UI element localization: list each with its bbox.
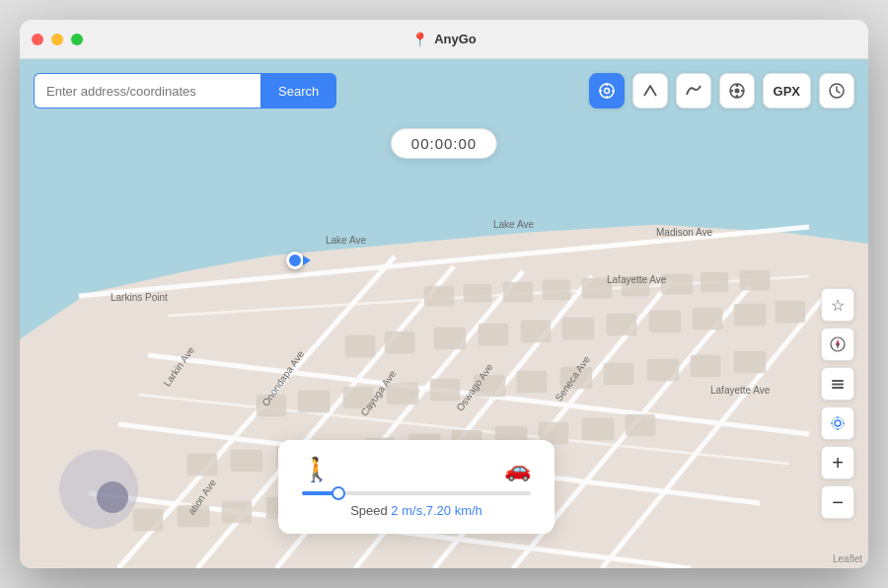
svg-rect-33 xyxy=(257,395,286,416)
app-window: 📍 AnyGo xyxy=(20,20,868,568)
speed-slider-thumb xyxy=(332,486,345,500)
svg-rect-40 xyxy=(560,367,592,389)
svg-rect-16 xyxy=(543,280,570,300)
svg-rect-23 xyxy=(385,331,414,353)
svg-rect-29 xyxy=(649,311,681,332)
svg-rect-35 xyxy=(343,387,373,408)
fullscreen-dot[interactable] xyxy=(71,34,83,45)
svg-rect-45 xyxy=(187,454,217,476)
svg-rect-37 xyxy=(430,379,460,401)
titlebar: 📍 AnyGo xyxy=(20,20,868,59)
tool-multi-stop[interactable] xyxy=(676,73,711,109)
app-title: AnyGo xyxy=(434,32,477,46)
svg-point-64 xyxy=(600,84,614,98)
joystick-thumb xyxy=(97,481,128,513)
tool-history[interactable] xyxy=(819,73,854,109)
svg-rect-17 xyxy=(582,278,612,298)
svg-rect-56 xyxy=(133,509,163,531)
joystick[interactable] xyxy=(59,450,138,529)
svg-point-74 xyxy=(730,90,733,93)
svg-point-71 xyxy=(734,89,739,94)
search-bar[interactable]: Search xyxy=(34,73,336,109)
zoom-out-button[interactable]: − xyxy=(821,485,854,519)
svg-rect-31 xyxy=(734,304,766,326)
speed-panel: 🚶 🚗 Speed 2 m/s,7.20 km/h xyxy=(278,440,555,534)
svg-point-84 xyxy=(832,417,844,429)
svg-rect-22 xyxy=(345,335,375,357)
svg-rect-27 xyxy=(562,318,594,339)
toolbar: GPX xyxy=(589,73,854,109)
search-input[interactable] xyxy=(34,73,260,109)
speed-value: 2 m/s,7.20 km/h xyxy=(391,503,481,518)
svg-rect-82 xyxy=(832,387,844,389)
svg-rect-39 xyxy=(517,371,547,393)
svg-rect-80 xyxy=(832,380,844,382)
close-dot[interactable] xyxy=(32,34,43,45)
minimize-dot[interactable] xyxy=(51,34,63,45)
svg-rect-13 xyxy=(424,286,454,306)
zoom-in-button[interactable]: + xyxy=(821,446,854,479)
speed-text: Speed 2 m/s,7.20 km/h xyxy=(302,503,531,518)
tool-gpx[interactable]: GPX xyxy=(763,73,811,109)
svg-rect-18 xyxy=(622,276,649,296)
svg-rect-58 xyxy=(222,501,252,523)
svg-rect-42 xyxy=(647,359,679,381)
car-icon: 🚗 xyxy=(504,457,531,482)
svg-rect-24 xyxy=(434,328,466,349)
search-button[interactable]: Search xyxy=(260,73,336,109)
svg-point-75 xyxy=(741,90,744,93)
location-marker xyxy=(286,252,304,269)
walk-icon: 🚶 xyxy=(302,456,332,483)
favorites-button[interactable]: ☆ xyxy=(821,288,854,322)
svg-point-72 xyxy=(735,84,738,87)
svg-rect-34 xyxy=(298,391,330,412)
speed-icons: 🚶 🚗 xyxy=(302,456,531,483)
svg-rect-43 xyxy=(691,355,720,377)
speed-slider-track[interactable] xyxy=(302,491,531,495)
svg-rect-30 xyxy=(693,308,722,330)
svg-rect-46 xyxy=(231,450,262,472)
map-container[interactable]: Lake Ave Lake Ave Madison Ave Lafayette … xyxy=(20,59,868,568)
traffic-lights xyxy=(32,34,83,45)
app-icon: 📍 xyxy=(411,32,428,47)
svg-rect-41 xyxy=(604,363,633,385)
svg-rect-44 xyxy=(734,351,766,373)
svg-rect-38 xyxy=(474,375,505,397)
svg-rect-54 xyxy=(582,418,614,440)
tool-one-stop[interactable] xyxy=(632,73,668,109)
svg-point-73 xyxy=(735,95,738,98)
svg-rect-81 xyxy=(832,384,844,386)
svg-rect-28 xyxy=(607,314,636,335)
svg-rect-57 xyxy=(178,505,209,527)
tool-joystick[interactable] xyxy=(719,73,755,109)
timer-badge: 00:00:00 xyxy=(391,128,497,159)
layers-button[interactable] xyxy=(821,367,854,401)
svg-rect-55 xyxy=(626,414,655,436)
svg-rect-32 xyxy=(776,301,805,323)
leaflet-credit: Leaflet xyxy=(833,553,862,564)
title-area: 📍 AnyGo xyxy=(411,32,477,47)
tool-crosshair[interactable] xyxy=(589,73,625,109)
svg-rect-21 xyxy=(740,270,770,290)
svg-rect-20 xyxy=(701,272,728,292)
svg-rect-19 xyxy=(661,274,693,294)
svg-rect-26 xyxy=(521,321,551,342)
svg-point-83 xyxy=(835,420,841,426)
compass-button[interactable] xyxy=(821,328,854,361)
svg-point-65 xyxy=(604,89,609,94)
svg-rect-15 xyxy=(503,282,533,302)
locate-button[interactable] xyxy=(821,406,854,440)
map-controls: ☆ xyxy=(821,288,854,519)
svg-rect-14 xyxy=(464,284,491,302)
svg-rect-25 xyxy=(479,324,508,345)
svg-line-0 xyxy=(79,227,809,296)
svg-rect-36 xyxy=(387,383,418,404)
